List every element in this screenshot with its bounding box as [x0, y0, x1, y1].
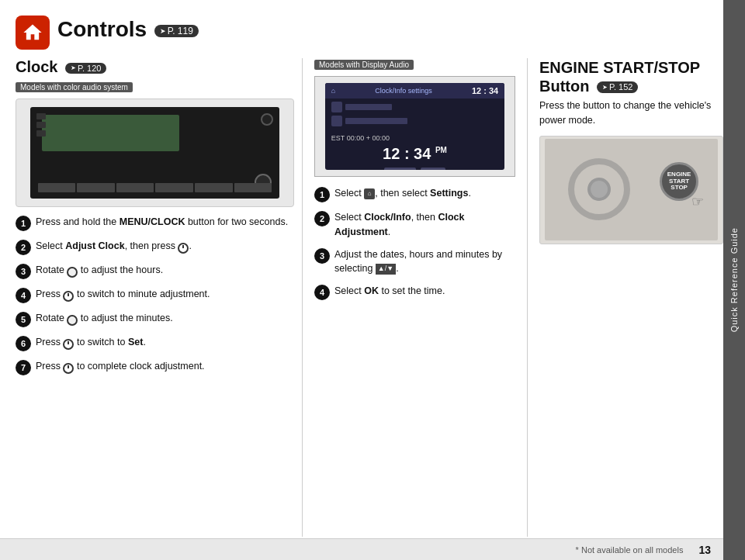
display-audio-badge: Models with Display Audio: [314, 60, 414, 70]
da-ampm: PM: [435, 146, 447, 154]
title-text: Controls: [57, 17, 147, 41]
step-item: 1 Select ⌂, then select Settings.: [314, 186, 515, 202]
main-columns: Clock P. 120 Models with color audio sys…: [16, 58, 723, 537]
da-buttons: Reset OK: [325, 164, 504, 171]
engine-desc: Press the button to change the vehicle's…: [539, 99, 723, 128]
step-item: 1 Press and hold the MENU/CLOCK button f…: [16, 215, 294, 231]
right-column: ENGINE START/STOP Button P. 152 Press th…: [528, 58, 723, 537]
da-ok-btn[interactable]: OK: [421, 168, 445, 171]
sidebar-tab: Quick Reference Guide: [723, 0, 745, 560]
middle-column: Models with Display Audio ⌂ Clock/Info s…: [303, 58, 528, 537]
clock-ref: P. 120: [65, 63, 106, 74]
da-big-time: 12 : 34 PM: [325, 143, 504, 164]
home-svg: [22, 22, 43, 43]
engine-ref: P. 152: [597, 81, 638, 93]
clock-title-text: Clock: [16, 58, 57, 75]
radio-image: [16, 99, 294, 207]
left-column: Clock P. 120 Models with color audio sys…: [16, 58, 303, 537]
da-reset-btn[interactable]: Reset: [384, 168, 416, 171]
home-icon[interactable]: [16, 16, 50, 50]
middle-steps: 1 Select ⌂, then select Settings. 2 Sele…: [314, 186, 515, 300]
da-time-display: 12 : 34: [383, 145, 431, 162]
da-row: [331, 102, 498, 112]
step-item: 5 Rotate to adjust the minutes.: [16, 311, 294, 327]
engine-image-inner: ENGINESTARTSTOP ☞: [545, 139, 718, 240]
color-audio-badge: Models with color audio system: [16, 82, 133, 92]
da-body: [325, 99, 504, 133]
da-est: EST 00:00 + 00:00: [325, 133, 504, 143]
sidebar-label: Quick Reference Guide: [729, 227, 739, 332]
da-clock: 12 : 34: [472, 86, 498, 95]
step-item: 6 Press to switch to Set.: [16, 335, 294, 351]
display-audio-image: ⌂ Clock/Info settings 12 : 34 EST 00:00 …: [314, 76, 515, 177]
radio-screen: [42, 115, 179, 151]
engine-image: ENGINESTARTSTOP ☞: [539, 136, 723, 244]
da-header: ⌂ Clock/Info settings 12 : 34: [325, 83, 504, 99]
step-item: 3 Adjust the dates, hours and minutes by…: [314, 247, 515, 277]
footer-note: * Not available on all models: [576, 545, 684, 555]
da-title: Clock/Info settings: [375, 87, 432, 95]
radio-buttons: [38, 183, 272, 192]
step-item: 2 Select Adjust Clock, then press .: [16, 239, 294, 255]
step-item: 3 Rotate to adjust the hours.: [16, 263, 294, 279]
da-row: [331, 116, 498, 126]
title-ref: P. 119: [154, 25, 199, 37]
radio-panel: [30, 107, 279, 198]
step-item: 4 Select OK to set the time.: [314, 284, 515, 300]
step-item: 2 Select Clock/Info, then Clock Adjustme…: [314, 210, 515, 240]
step-item: 7 Press to complete clock adjustment.: [16, 359, 294, 375]
step-item: 4 Press to switch to minute adjustment.: [16, 287, 294, 303]
left-steps: 1 Press and hold the MENU/CLOCK button f…: [16, 215, 294, 375]
clock-section-title: Clock P. 120: [16, 58, 294, 76]
engine-title-line2: Button: [539, 78, 589, 95]
da-screen: ⌂ Clock/Info settings 12 : 34 EST 00:00 …: [325, 83, 504, 171]
page-title: Controls P. 119: [57, 17, 199, 42]
page-number: 13: [698, 544, 711, 556]
engine-title-line1: ENGINE START/STOP: [539, 59, 700, 76]
footer: * Not available on all models 13: [0, 538, 723, 560]
engine-title: ENGINE START/STOP Button P. 152: [539, 58, 723, 95]
